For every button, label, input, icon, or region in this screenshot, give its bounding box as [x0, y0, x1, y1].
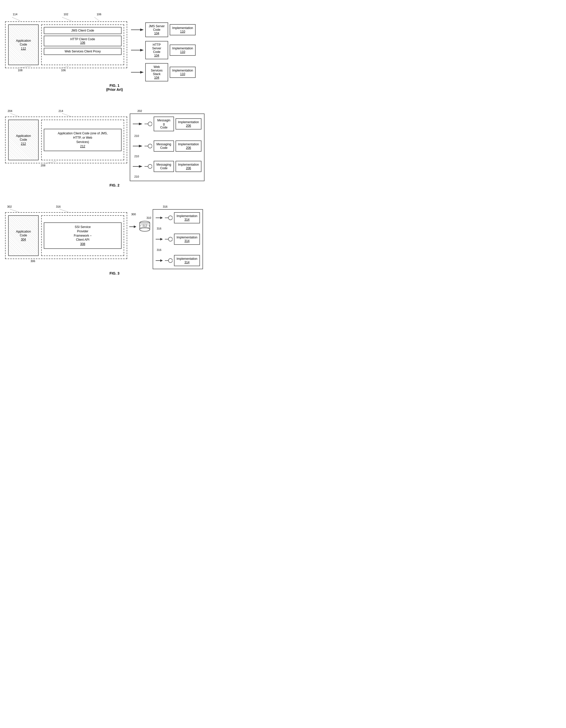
fig3-ssi-box: SSI ServiceProviderFramework –Client API…: [44, 222, 122, 249]
fig2-right-section: 202: [130, 109, 205, 181]
fig2-impl-3: Implementation206: [176, 161, 201, 172]
figure-1: 114 102 106: [5, 5, 224, 92]
svg-marker-46: [160, 259, 163, 262]
ref-316d: 316: [157, 248, 200, 251]
fig1-right-section: JMS Server Code 104 Implementation 110: [131, 20, 196, 81]
fig2-msg-2: MessagingCode: [154, 140, 174, 152]
fig1-app-code-box: Application Code 112: [8, 24, 39, 65]
svg-line-0: [12, 17, 20, 21]
svg-point-32: [140, 228, 150, 231]
svg-point-21: [148, 144, 152, 148]
fig3-lollipop-3: [165, 258, 172, 263]
fig3-arrow-2: [156, 237, 163, 242]
fig3-impl-1: Implementation314: [174, 212, 200, 223]
fig1-app-label: Application Code 112: [16, 39, 31, 51]
ref-316c: 316: [157, 227, 200, 230]
svg-line-12: [62, 113, 71, 117]
fig2-lollipop-3: [144, 164, 152, 169]
ref-310: 310: [147, 216, 151, 219]
svg-marker-38: [160, 217, 163, 219]
fig1-inner-box: JMS Client Code HTTP Client Code 106 Web…: [41, 24, 124, 65]
svg-line-3: [17, 66, 31, 68]
fig3-database-icon: 312: [138, 220, 151, 233]
fig1-arrow-1: [131, 27, 144, 32]
fig1-arrow-2: [131, 48, 144, 53]
fig3-lollipop-2: [165, 237, 172, 242]
svg-marker-6: [140, 28, 144, 31]
fig3-row-3: Implementation314: [156, 255, 200, 266]
figures-container: 114 102 106: [5, 5, 224, 275]
fig2-row-3: MessagingCode Implementation206: [133, 161, 201, 172]
fig1-row-1: JMS Server Code 104 Implementation 110: [131, 22, 196, 37]
fig2-inner-box: Application Client Code (one of JMS,HTTP…: [41, 120, 124, 160]
svg-line-27: [60, 209, 69, 212]
fig3-arrow-1: [156, 215, 163, 220]
fig3-app-code-box: Application Code 304: [8, 215, 39, 256]
fig3-row-1: Implementation314: [156, 212, 200, 223]
svg-line-2: [95, 17, 99, 21]
fig1-row-2: HTTP Server Code 104 Implementation 110: [131, 41, 196, 59]
fig1-impl-2: Implementation 110: [170, 45, 196, 56]
ref-bottom-leaders: [5, 66, 127, 70]
fig3-app-label: Application Code 304: [16, 230, 31, 242]
svg-marker-8: [140, 49, 144, 51]
fig3-outer-box: Application Code 304 SSI ServiceProvider…: [5, 212, 127, 259]
ref-leaders-svg: [5, 15, 127, 19]
fig2-app-label: Application Code 212: [16, 134, 31, 146]
fig2-outer-box: Application Code 212 Application Client …: [5, 117, 127, 163]
fig2-top-leaders: [5, 111, 127, 115]
fig3-right-section: 316 Implementation31: [153, 205, 203, 269]
figure-3: 302 316 Application Code 304: [5, 197, 224, 275]
ref-306: 306: [31, 260, 35, 263]
fig1-area: 114 102 106: [5, 5, 224, 81]
fig3-title: FIG. 3: [5, 271, 224, 275]
svg-marker-19: [139, 145, 142, 147]
fig2-impl-1: Implementation206: [176, 118, 201, 130]
fig2-right-outer: MessagingCode Implementation206 210: [130, 113, 205, 181]
fig2-arrow-3: [133, 164, 143, 169]
fig3-row-2: Implementation314: [156, 234, 200, 245]
ref-202-label: 202: [137, 109, 205, 112]
svg-point-40: [168, 216, 172, 220]
fig3-top-leaders: [5, 207, 127, 211]
fig3-middle-section: 300 310: [129, 213, 151, 236]
fig1-jms-client: JMS Client Code: [44, 27, 122, 34]
svg-marker-29: [134, 225, 136, 228]
svg-marker-10: [140, 71, 144, 74]
fig2-lollipop-2: [144, 144, 152, 149]
fig2-msg-3: MessagingCode: [154, 161, 174, 172]
fig3-arrow-to-db: [129, 224, 137, 229]
fig2-row-2: MessagingCode Implementation206: [133, 140, 201, 152]
svg-line-26: [10, 209, 19, 212]
svg-point-25: [148, 164, 152, 168]
fig1-http-client: HTTP Client Code 106: [44, 36, 122, 46]
fig1-jms-server-box: JMS Server Code 104: [145, 22, 168, 37]
svg-line-1: [62, 17, 71, 21]
fig3-impl-2: Implementation314: [174, 234, 200, 245]
fig1-ws-server-box: Web Services Stack 104: [145, 63, 168, 81]
fig2-lollipop-1: [144, 121, 152, 126]
fig2-arrow-1: [133, 121, 143, 126]
ref-300: 300: [131, 213, 136, 216]
fig1-ws-client: Web Services Client Proxy: [44, 48, 122, 55]
fig1-title: FIG. 1 (Prior Art): [5, 83, 224, 92]
fig3-lollipop-1: [165, 215, 172, 220]
svg-line-4: [61, 66, 69, 68]
fig1-outer-box: Application Code 112 JMS Client Code HTT…: [5, 21, 127, 68]
fig2-msg-1: MessagingCode: [154, 117, 174, 131]
fig3-arrow-3: [156, 258, 163, 263]
ref-210c: 210: [134, 175, 201, 178]
fig2-app-code-box: Application Code 212: [8, 120, 39, 160]
svg-point-48: [168, 259, 172, 263]
svg-line-11: [11, 113, 19, 117]
fig3-area: 302 316 Application Code 304: [5, 197, 224, 269]
fig3-impl-3: Implementation314: [174, 255, 200, 266]
svg-point-44: [168, 237, 172, 241]
svg-marker-23: [139, 165, 142, 168]
svg-point-17: [148, 122, 152, 126]
fig3-db-section: 312: [129, 220, 151, 233]
ref-210b: 210: [134, 155, 201, 158]
fig3-inner-box: SSI ServiceProviderFramework –Client API…: [41, 215, 124, 256]
fig2-impl-2: Implementation206: [176, 140, 201, 152]
fig1-row-3: Web Services Stack 104 Implementation 11…: [131, 63, 196, 81]
